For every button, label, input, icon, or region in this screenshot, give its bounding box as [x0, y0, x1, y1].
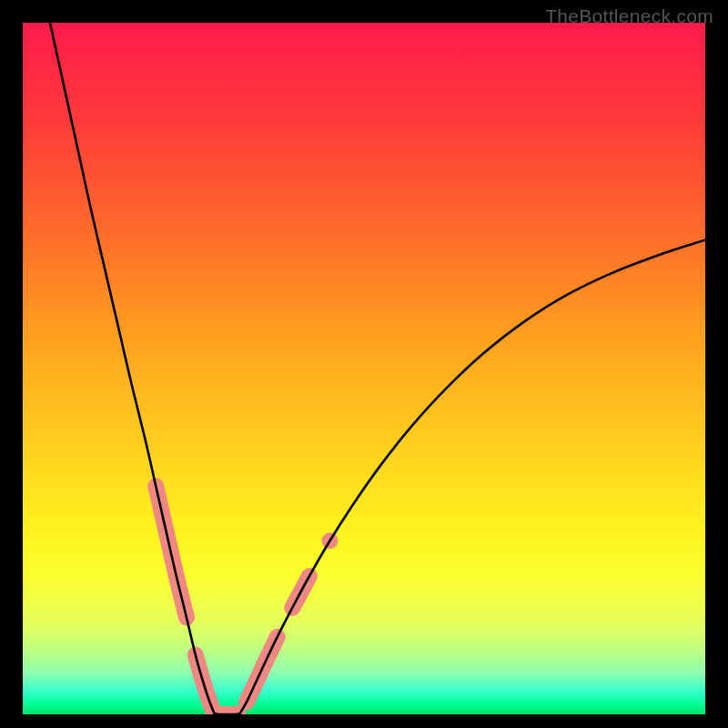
line-layer [50, 23, 705, 714]
plot-frame [23, 23, 705, 714]
chart-curves [23, 23, 705, 714]
bottleneck-curve [50, 23, 705, 714]
